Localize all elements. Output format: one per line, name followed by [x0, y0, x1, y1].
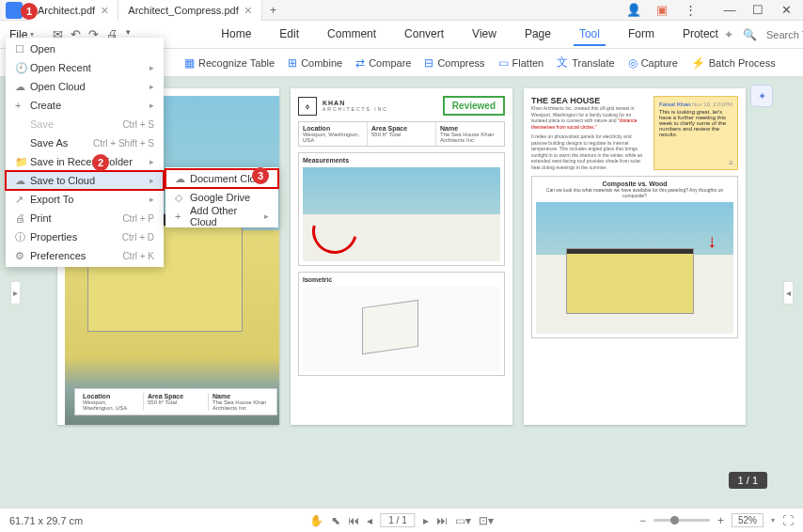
- menu-view[interactable]: View: [466, 23, 502, 46]
- expand-left-button[interactable]: ▸: [10, 281, 21, 305]
- page-title: THE SEA HOUSE: [531, 96, 648, 105]
- chevron-down-icon[interactable]: ▾: [771, 516, 775, 524]
- tool-compare[interactable]: ⇄Compare: [355, 56, 411, 70]
- menu-convert[interactable]: Convert: [399, 23, 449, 46]
- select-tool-icon[interactable]: ⬉: [331, 514, 340, 527]
- menu-item-properties[interactable]: ⓘPropertiesCtrl + D: [6, 227, 164, 246]
- menu-icon: ⓘ: [15, 230, 30, 244]
- ai-assistant-button[interactable]: ✦: [750, 85, 773, 107]
- dimensions-label: 61.71 x 29.7 cm: [9, 515, 83, 526]
- submenu-item-google-drive[interactable]: ◇Google Drive: [165, 188, 278, 207]
- panel-title: Isometric: [303, 276, 500, 283]
- info-label: Location: [303, 125, 363, 132]
- zoom-out-icon[interactable]: −: [639, 514, 646, 527]
- tab-label: Architect_Compress.pdf: [128, 5, 238, 16]
- sticky-note[interactable]: Faisal Khan Nov 16, 2:01PM This is looki…: [653, 96, 738, 170]
- menu-icon: +: [15, 100, 30, 111]
- brand-sub: ARCHITECTS INC.: [323, 106, 391, 112]
- chevron-right-icon: ▸: [150, 176, 154, 185]
- comp-drawing: ↓: [536, 202, 733, 334]
- menu-icon: 📁: [15, 156, 30, 168]
- menu-form[interactable]: Form: [622, 23, 660, 46]
- zoom-in-icon[interactable]: +: [717, 514, 724, 527]
- desc-text: It relies on photovoltaic panels for ele…: [531, 133, 648, 170]
- menu-label: Export To: [30, 194, 150, 205]
- tool-label: Combine: [301, 57, 342, 69]
- tool-flatten[interactable]: ▭Flatten: [498, 56, 544, 70]
- menu-edit[interactable]: Edit: [274, 23, 305, 46]
- callout-badge-3: 3: [252, 167, 269, 184]
- tool-capture[interactable]: ◎Capture: [628, 56, 678, 70]
- menu-item-preferences[interactable]: ⚙PreferencesCtrl + K: [6, 246, 164, 265]
- fullscreen-icon[interactable]: ⛶: [782, 514, 794, 527]
- zoom-percent[interactable]: 52%: [732, 513, 764, 527]
- info-val: Westport, Washington, USA: [83, 399, 139, 411]
- menu-item-export-to[interactable]: ↗Export To▸: [6, 190, 164, 209]
- menu-item-save-to-cloud[interactable]: ☁Save to Cloud▸: [6, 171, 164, 190]
- menu-item-create[interactable]: +Create▸: [6, 96, 164, 115]
- iso-box: [362, 300, 418, 354]
- tool-combine[interactable]: ⊞Combine: [288, 56, 342, 70]
- menu-page[interactable]: Page: [519, 23, 557, 46]
- search-input[interactable]: [766, 29, 803, 40]
- close-icon[interactable]: ×: [244, 3, 252, 18]
- zoom-slider[interactable]: [653, 519, 710, 522]
- expand-right-button[interactable]: ◂: [783, 281, 794, 305]
- hand-tool-icon[interactable]: ✋: [309, 514, 323, 527]
- menu-tool[interactable]: Tool: [574, 23, 606, 46]
- kebab-icon[interactable]: ⋮: [677, 1, 703, 20]
- tool-translate[interactable]: 文Translate: [557, 55, 614, 70]
- menu-item-save[interactable]: SaveCtrl + S: [6, 115, 164, 133]
- shortcut: Ctrl + P: [122, 213, 154, 224]
- menu-item-save-in-recent-folder[interactable]: 📁Save in Recent Folder▸: [6, 152, 164, 171]
- shortcut: Ctrl + Shift + S: [93, 138, 154, 149]
- menu-protect[interactable]: Protect: [677, 23, 724, 46]
- menu-icon: 🖨: [15, 212, 30, 224]
- tab-architect[interactable]: Architect.pdf ×: [28, 0, 118, 21]
- panel-sub: Can we look into what materials we have …: [536, 187, 733, 198]
- page-number[interactable]: 1 / 1: [380, 513, 415, 527]
- table-icon: ▦: [184, 56, 195, 70]
- menu-label: Google Drive: [190, 192, 269, 203]
- menu-item-open[interactable]: ☐Open: [6, 39, 164, 58]
- info-val: 550 ft² Total: [148, 399, 204, 405]
- tool-label: Compare: [369, 57, 411, 69]
- menu-comment[interactable]: Comment: [322, 23, 382, 46]
- menu-item-open-cloud[interactable]: ☁Open Cloud▸: [6, 77, 164, 96]
- submenu-item-add-other-cloud[interactable]: +Add Other Cloud▸: [165, 207, 278, 226]
- chevron-right-icon: ▸: [150, 157, 154, 166]
- shortcut: Ctrl + D: [122, 232, 154, 243]
- prev-page-icon[interactable]: ◂: [367, 514, 372, 527]
- tool-recognize-table[interactable]: ▦Recognize Table: [184, 56, 275, 70]
- note-author: Faisal Khan: [659, 102, 691, 107]
- zoom-thumb[interactable]: [670, 516, 679, 524]
- menu-home[interactable]: Home: [215, 23, 257, 46]
- menu-icon: ☁: [15, 175, 30, 187]
- last-page-icon[interactable]: ⏭: [436, 514, 448, 527]
- menu-item-open-recent[interactable]: 🕘Open Recent▸: [6, 58, 164, 77]
- menu-item-save-as[interactable]: Save AsCtrl + Shift + S: [6, 133, 164, 152]
- info-label: Location: [83, 393, 139, 399]
- search-area: ✦ 🔍 ☁ 🔔 ⌂: [724, 13, 803, 55]
- note-menu-icon[interactable]: ≡: [729, 159, 733, 167]
- layout-icon[interactable]: ▭▾: [455, 514, 471, 527]
- tool-compress[interactable]: ⊟Compress: [424, 56, 484, 70]
- app-box-icon[interactable]: ▣: [649, 1, 675, 20]
- status-right: − + 52% ▾ ⛶: [639, 513, 794, 527]
- add-tab-button[interactable]: +: [262, 4, 284, 17]
- reviewed-badge: Reviewed: [443, 96, 505, 116]
- menu-item-print[interactable]: 🖨PrintCtrl + P: [6, 209, 164, 227]
- menu-icon: ☁: [15, 81, 30, 93]
- menu-label: Save As: [30, 137, 93, 149]
- panel-title: Measurements: [303, 157, 500, 164]
- tool-batch-process[interactable]: ⚡Batch Process: [691, 56, 776, 70]
- callout-badge-2: 2: [92, 154, 109, 171]
- fit-icon[interactable]: ⊡▾: [479, 514, 494, 527]
- close-icon[interactable]: ×: [101, 3, 108, 18]
- info-label: Name: [213, 393, 269, 399]
- sparkle-icon[interactable]: ✦: [724, 28, 733, 41]
- user-icon[interactable]: 👤: [621, 1, 647, 20]
- next-page-icon[interactable]: ▸: [423, 514, 429, 527]
- first-page-icon[interactable]: ⏮: [348, 514, 359, 527]
- tab-architect-compress[interactable]: Architect_Compress.pdf ×: [118, 0, 262, 21]
